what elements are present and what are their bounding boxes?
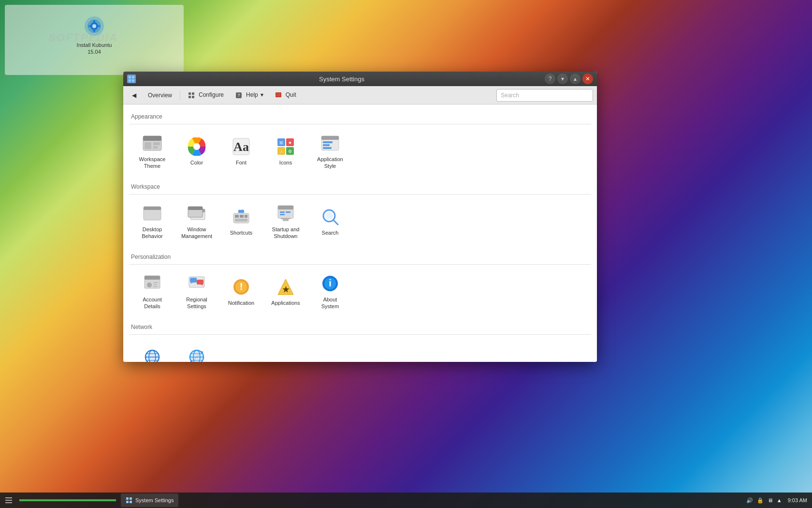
applications-label: Applications <box>271 299 300 306</box>
taskbar-right: 🔊 🔒 🖥 ▲ 9:03 AM <box>746 497 812 504</box>
network-settings-item[interactable]: Settings <box>131 341 174 362</box>
monitor-icon[interactable]: 🖥 <box>768 497 773 503</box>
battery-icon[interactable]: ▲ <box>777 497 782 503</box>
svg-rect-24 <box>143 136 161 141</box>
svg-rect-27 <box>153 146 158 149</box>
notification-icon: ! <box>232 277 251 297</box>
icons-item[interactable]: ⊞ ★ ♪ ⚙ Icons <box>264 130 307 173</box>
help-titlebar-button[interactable]: ? <box>545 74 555 84</box>
taskbar: System Settings 🔊 🔒 🖥 ▲ 9:03 AM <box>0 493 812 508</box>
applications-item[interactable]: ★ Applications <box>264 270 307 313</box>
quit-button[interactable]: Quit <box>270 90 301 101</box>
shortcuts-item[interactable]: Fn Shortcuts <box>220 200 262 243</box>
taskbar-menu-button[interactable] <box>2 493 15 507</box>
font-label: Font <box>236 159 246 166</box>
svg-rect-133 <box>5 500 12 501</box>
about-system-label: AboutSystem <box>321 296 339 310</box>
back-icon: ◀ <box>132 92 136 99</box>
back-button[interactable]: ◀ <box>127 90 141 101</box>
svg-rect-14 <box>188 92 191 95</box>
titlebar-controls: ? ▾ ▴ ✕ <box>545 74 593 84</box>
desktop: Install Kubuntu 15.04 SOFTPEDIA System S… <box>0 0 812 508</box>
help-button[interactable]: ? Help ▾ <box>231 90 268 101</box>
network-header: Network <box>129 321 591 335</box>
about-system-icon: i <box>320 274 340 293</box>
svg-rect-13 <box>132 79 134 82</box>
shortcuts-icon: Fn <box>232 207 251 226</box>
svg-rect-77 <box>197 280 203 284</box>
account-details-label: AccountDetails <box>143 296 162 310</box>
search-item[interactable]: Search <box>309 200 351 243</box>
desktop-behavior-icon <box>143 204 162 223</box>
svg-rect-17 <box>192 96 194 98</box>
connectivity-item[interactable]: Connectivity <box>175 341 218 362</box>
svg-line-67 <box>334 220 338 224</box>
icons-label: Icons <box>279 159 292 166</box>
svg-text:Aa: Aa <box>233 140 249 154</box>
desktop-icon-area: Install Kubuntu 15.04 SOFTPEDIA <box>5 5 184 75</box>
window-management-item[interactable]: WindowManagement <box>175 200 218 243</box>
softpedia-watermark: SOFTPEDIA <box>48 31 118 44</box>
security-icon[interactable]: 🔒 <box>757 497 764 504</box>
regional-settings-item[interactable]: RegionalSettings <box>175 270 218 313</box>
window-management-icon <box>187 204 206 223</box>
close-titlebar-button[interactable]: ✕ <box>582 74 593 84</box>
svg-rect-64 <box>280 214 285 215</box>
svg-rect-61 <box>281 218 290 219</box>
color-label: Color <box>190 159 203 166</box>
startup-shutdown-label: Startup andShutdown <box>272 226 300 240</box>
application-style-item[interactable]: ApplicationStyle <box>309 130 351 173</box>
startup-shutdown-item[interactable]: Startup andShutdown <box>264 200 307 243</box>
about-system-item[interactable]: i AboutSystem <box>309 270 351 313</box>
font-icon: Aa <box>232 137 251 156</box>
color-item[interactable]: Color <box>175 130 218 173</box>
desktop-behavior-label: DesktopBehavior <box>142 226 162 240</box>
svg-rect-15 <box>192 92 194 95</box>
svg-rect-26 <box>153 142 160 145</box>
overview-label: Overview <box>148 92 172 99</box>
search-placeholder: Search <box>501 92 519 99</box>
configure-icon <box>188 91 196 99</box>
content-area: Appearance WorkspaceTheme <box>123 105 597 362</box>
font-item[interactable]: Aa Font <box>220 130 262 173</box>
color-icon <box>187 137 206 156</box>
overview-button[interactable]: Overview <box>143 90 177 101</box>
network-settings-icon <box>143 347 162 362</box>
svg-rect-132 <box>5 497 12 498</box>
svg-rect-42 <box>323 141 333 143</box>
svg-point-29 <box>193 143 200 150</box>
svg-rect-44 <box>323 147 332 149</box>
configure-button[interactable]: Configure <box>183 90 229 101</box>
svg-rect-138 <box>130 501 132 503</box>
taskbar-system-settings-btn[interactable]: System Settings <box>121 493 178 507</box>
search-box[interactable]: Search <box>496 89 593 102</box>
regional-settings-label: RegionalSettings <box>186 296 207 310</box>
svg-rect-62 <box>280 211 285 213</box>
quit-label: Quit <box>286 91 296 98</box>
desktop-behavior-item[interactable]: DesktopBehavior <box>131 200 174 243</box>
window-icon <box>127 75 136 83</box>
toolbar: ◀ Overview Configure <box>123 86 597 105</box>
minimize-titlebar-button[interactable]: ▾ <box>557 74 568 84</box>
account-details-item[interactable]: AccountDetails <box>131 270 174 313</box>
svg-point-93 <box>189 349 204 362</box>
system-settings-window: System Settings ? ▾ ▴ ✕ ◀ Overview <box>123 72 597 362</box>
help-label: Help <box>246 91 258 98</box>
maximize-titlebar-button[interactable]: ▴ <box>570 74 580 84</box>
svg-rect-134 <box>5 502 12 503</box>
notification-item[interactable]: ! Notification <box>220 270 262 313</box>
volume-icon[interactable]: 🔊 <box>746 497 753 504</box>
svg-rect-75 <box>190 278 197 283</box>
svg-point-3 <box>92 24 96 28</box>
workspace-section: Workspace DesktopBehavior <box>129 180 591 245</box>
search-icon <box>320 207 340 226</box>
svg-point-70 <box>147 283 152 287</box>
workspace-theme-item[interactable]: WorkspaceTheme <box>131 130 174 173</box>
svg-rect-22 <box>277 94 279 95</box>
configure-label: Configure <box>199 91 224 98</box>
taskbar-left: System Settings <box>0 493 178 507</box>
svg-text:♪: ♪ <box>280 149 283 154</box>
svg-rect-53 <box>240 215 244 218</box>
svg-text:⚙: ⚙ <box>288 149 292 154</box>
svg-rect-11 <box>132 76 134 78</box>
